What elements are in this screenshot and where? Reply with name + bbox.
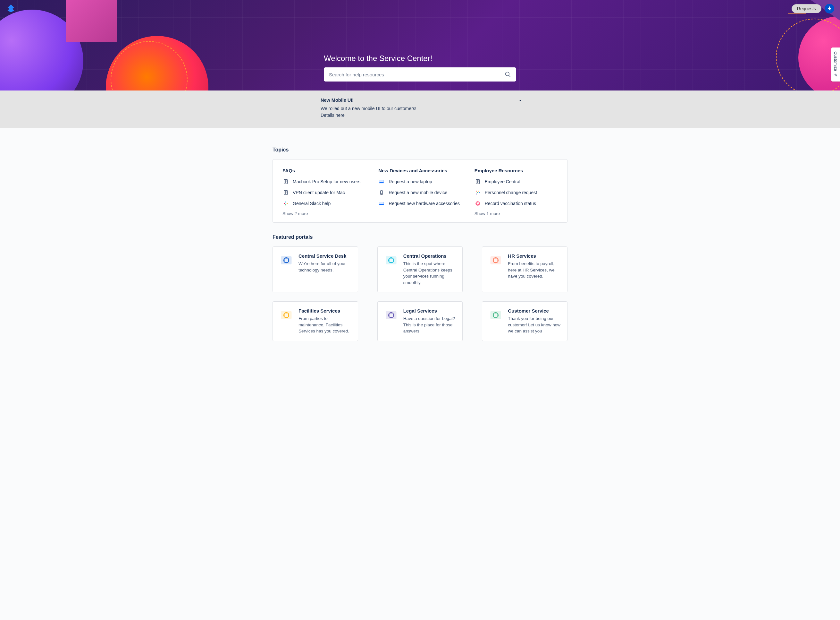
service-desk-icon: [279, 253, 293, 267]
topic-column: FAQsMacbook Pro Setup for new usersVPN c…: [282, 168, 366, 216]
portal-desc: This is the spot where Central Operation…: [404, 260, 456, 286]
topic-column-title: FAQs: [282, 168, 366, 173]
svg-rect-19: [380, 205, 384, 205]
portal-title: HR Services: [508, 253, 561, 259]
portal-title: Facilities Services: [298, 308, 351, 313]
svg-line-1: [509, 75, 510, 77]
svg-rect-35: [389, 259, 393, 262]
announcement-title: New Mobile UI!: [321, 98, 519, 103]
topic-item[interactable]: Macbook Pro Setup for new users: [282, 178, 366, 185]
portal-desc: Have a question for Legal? This is the p…: [404, 316, 456, 334]
facilities-icon: [279, 308, 293, 322]
svg-point-27: [478, 192, 480, 193]
announcement-link[interactable]: Details here: [321, 113, 345, 118]
topic-item-label: Request a new laptop: [388, 179, 432, 184]
svg-rect-18: [380, 202, 384, 205]
svg-point-24: [476, 191, 477, 191]
svg-rect-32: [285, 259, 288, 262]
decor-square: [66, 0, 117, 42]
search-icon: [505, 71, 511, 78]
svg-rect-13: [285, 205, 286, 205]
topic-item-label: VPN client update for Mac: [293, 190, 345, 195]
portal-desc: From benefits to payroll, here at HR Ser…: [508, 260, 561, 280]
topic-item[interactable]: General Slack help: [282, 200, 366, 207]
topic-column-title: New Devices and Accessories: [378, 168, 461, 173]
portal-title: Customer Service: [508, 308, 561, 313]
topics-card: FAQsMacbook Pro Setup for new usersVPN c…: [273, 159, 567, 223]
svg-rect-10: [284, 203, 285, 204]
announcement-body: We rolled out a new mobile UI to our cus…: [321, 105, 519, 119]
topic-item-label: Record vaccination status: [485, 201, 536, 206]
topic-item-label: Personnel change request: [485, 190, 537, 195]
topic-column: New Devices and AccessoriesRequest a new…: [378, 168, 461, 216]
portal-card[interactable]: HR ServicesFrom benefits to payroll, her…: [482, 247, 567, 292]
pencil-icon: ✎: [833, 73, 838, 78]
document-icon: [282, 178, 289, 185]
hero-title: Welcome to the Service Center!: [324, 54, 516, 63]
hero-banner: Requests Customize ✎ Welcome to the Serv…: [0, 0, 840, 90]
customize-tab[interactable]: Customize ✎: [831, 48, 840, 81]
portal-desc: From parties to maintenance, Facilities …: [298, 316, 351, 334]
portal-card[interactable]: Legal ServicesHave a question for Legal?…: [377, 301, 463, 341]
portal-card[interactable]: Central Service DeskWe're here for all o…: [273, 247, 358, 292]
announcement-text: We rolled out a new mobile UI to our cus…: [321, 106, 417, 111]
customize-label: Customize: [833, 51, 838, 71]
topic-item[interactable]: Request new hardware accessories: [378, 200, 461, 207]
search-input[interactable]: [329, 72, 505, 77]
hero-content: Welcome to the Service Center!: [324, 0, 516, 81]
topic-item-label: Request new hardware accessories: [388, 201, 460, 206]
requests-button[interactable]: Requests: [792, 4, 821, 13]
app-logo[interactable]: [6, 4, 15, 14]
svg-rect-15: [380, 183, 384, 183]
portal-title: Central Service Desk: [298, 253, 351, 259]
document-icon: [474, 178, 481, 185]
topic-column-title: Employee Resources: [474, 168, 558, 173]
dots-icon: [474, 189, 481, 196]
hr-icon: [489, 253, 503, 267]
show-more-link[interactable]: Show 1 more: [474, 211, 558, 216]
svg-point-0: [506, 72, 510, 76]
topic-item[interactable]: Personnel change request: [474, 189, 558, 196]
portal-card[interactable]: Customer ServiceThank you for being our …: [482, 301, 567, 341]
show-more-link[interactable]: Show 2 more: [282, 211, 366, 216]
svg-rect-38: [494, 259, 498, 262]
portal-card[interactable]: Facilities ServicesFrom parties to maint…: [273, 301, 358, 341]
topics-heading: Topics: [273, 147, 567, 153]
svg-point-26: [477, 192, 478, 193]
svg-rect-14: [380, 181, 384, 183]
portal-desc: We're here for all of your technology ne…: [298, 260, 351, 273]
portals-grid: Central Service DeskWe're here for all o…: [273, 247, 567, 341]
topic-item[interactable]: VPN client update for Mac: [282, 189, 366, 196]
portal-title: Central Operations: [404, 253, 456, 259]
portal-card[interactable]: Central OperationsThis is the spot where…: [377, 247, 463, 292]
search-wrapper: [324, 68, 516, 81]
topic-item[interactable]: Employee Central: [474, 178, 558, 185]
topic-item-label: Request a new mobile device: [388, 190, 447, 195]
main-content: Topics FAQsMacbook Pro Setup for new use…: [269, 128, 571, 354]
user-avatar[interactable]: [825, 4, 834, 14]
svg-point-28: [476, 194, 477, 194]
topic-item-label: Employee Central: [485, 179, 520, 184]
document-icon: [282, 189, 289, 196]
portal-title: Legal Services: [404, 308, 456, 313]
svg-rect-12: [286, 203, 288, 204]
svg-rect-44: [389, 313, 393, 317]
portal-desc: Thank you for being our customer! Let us…: [508, 316, 561, 334]
svg-rect-11: [285, 202, 286, 203]
collapse-button[interactable]: [518, 98, 523, 104]
svg-rect-41: [285, 313, 288, 317]
svg-rect-47: [494, 313, 498, 317]
topic-item[interactable]: Record vaccination status: [474, 200, 558, 207]
legal-icon: [384, 308, 398, 322]
portals-heading: Featured portals: [273, 234, 567, 240]
topic-item[interactable]: Request a new laptop: [378, 178, 461, 185]
top-header: Requests: [792, 4, 834, 14]
decor-line: [788, 14, 806, 14]
laptop-icon: [378, 200, 385, 207]
gear-icon: [384, 253, 398, 267]
laptop-icon: [378, 178, 385, 185]
slack-icon: [282, 200, 289, 207]
topic-item-label: General Slack help: [293, 201, 330, 206]
topic-item[interactable]: Request a new mobile device: [378, 189, 461, 196]
topic-item-label: Macbook Pro Setup for new users: [293, 179, 360, 184]
